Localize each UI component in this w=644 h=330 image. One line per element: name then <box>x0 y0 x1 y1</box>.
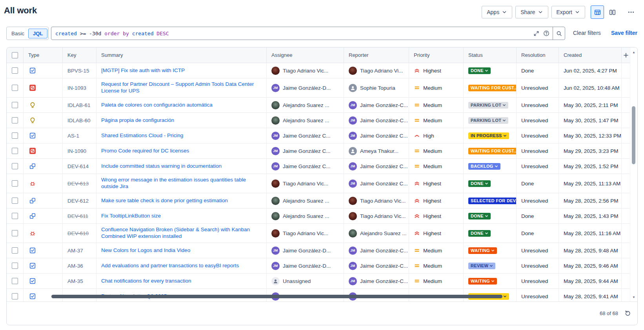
priority-cell[interactable]: Medium <box>409 243 464 258</box>
issue-summary-link[interactable]: [MGTP] Fix site auth with with ICTP <box>101 67 190 74</box>
reporter-cell[interactable]: JMJaime González C... <box>344 174 409 193</box>
status-badge[interactable]: DONE <box>468 230 491 237</box>
assignee-cell[interactable]: JMJaime González C... <box>267 159 344 174</box>
vertical-scrollbar-thumb[interactable] <box>632 106 635 164</box>
priority-cell[interactable]: Medium <box>409 98 464 113</box>
row-checkbox[interactable] <box>12 230 18 236</box>
reporter-cell[interactable]: JMJaime González-C... <box>344 243 409 258</box>
reporter-cell[interactable]: JMJaime González-C... <box>344 113 409 128</box>
status-badge[interactable]: DONE <box>468 213 491 219</box>
status-badge[interactable]: WAITING <box>468 278 497 285</box>
priority-cell[interactable]: Medium <box>409 78 464 98</box>
issue-key-link[interactable]: BPVS-15 <box>67 68 89 74</box>
column-header-status[interactable]: Status <box>464 47 517 63</box>
column-header-priority[interactable]: Priority <box>409 47 464 63</box>
priority-cell[interactable]: Highest <box>409 209 464 224</box>
assignee-cell[interactable]: JMJaime González C... <box>267 143 344 159</box>
vertical-scrollbar[interactable]: ▲ ▼ <box>630 47 637 302</box>
assignee-cell[interactable]: Tiago Adriano Vic... <box>267 224 344 243</box>
priority-cell[interactable]: Highest <box>409 224 464 243</box>
issue-key-link[interactable]: DEV-614 <box>67 163 89 169</box>
jql-query-input[interactable]: created >= -30d order by created DESC <box>51 27 565 40</box>
column-header-reporter[interactable]: Reporter <box>344 47 409 63</box>
assignee-cell[interactable]: JMJaime González C... <box>267 128 344 143</box>
detail-view-toggle[interactable] <box>606 5 619 19</box>
priority-cell[interactable]: Medium <box>409 143 464 159</box>
column-header-summary[interactable]: Summary <box>96 47 267 63</box>
priority-cell[interactable]: Medium <box>409 258 464 274</box>
scroll-down-arrow[interactable]: ▼ <box>630 296 637 299</box>
issue-key-link[interactable]: DEV-610 <box>67 230 89 236</box>
row-checkbox[interactable] <box>12 293 18 299</box>
row-checkbox[interactable] <box>12 102 18 108</box>
status-badge[interactable]: REVIEW <box>468 263 495 269</box>
issue-summary-link[interactable]: Confluence Navigation Broken (Sidebar & … <box>101 227 266 240</box>
assignee-cell[interactable]: Alejandro Suarez ... <box>267 98 344 113</box>
status-badge[interactable]: DONE <box>468 67 491 74</box>
row-checkbox[interactable] <box>12 180 18 187</box>
share-button[interactable]: Share <box>515 6 548 18</box>
issue-key-link[interactable]: DEV-611 <box>67 213 88 219</box>
add-column-button[interactable] <box>622 47 630 63</box>
status-badge[interactable]: PARKING LOT <box>468 117 508 124</box>
reporter-cell[interactable]: Sophie Topuria <box>344 78 409 98</box>
issue-summary-link[interactable]: Make sure table check is done prior gett… <box>101 198 233 204</box>
select-all-checkbox[interactable] <box>12 52 18 58</box>
issue-summary-link[interactable]: Chat notifications for every transaction <box>101 278 197 285</box>
reporter-cell[interactable]: Tiago Adriano Vic... <box>344 209 409 224</box>
export-button[interactable]: Export <box>551 6 585 18</box>
reporter-cell[interactable]: JMJaime González-C... <box>344 98 409 113</box>
reporter-cell[interactable]: JMJaime González C... <box>344 128 409 143</box>
scroll-up-arrow[interactable]: ▲ <box>630 51 637 54</box>
status-badge[interactable]: PARKING LOT <box>468 102 508 109</box>
reporter-cell[interactable]: JMJaime González-C... <box>344 274 409 289</box>
help-icon[interactable] <box>543 30 549 36</box>
reporter-cell[interactable]: Tiago Adriano Vic... <box>344 193 409 209</box>
issue-key-link[interactable]: AS-1 <box>67 133 79 139</box>
issue-summary-link[interactable]: Add evaluations and partner transactions… <box>101 263 244 269</box>
row-checkbox[interactable] <box>12 278 18 284</box>
reporter-cell[interactable]: Ameya Thakur... <box>344 143 409 159</box>
issue-summary-link[interactable]: Shared Estimations Cloud - Pricing <box>101 132 189 139</box>
row-checkbox[interactable] <box>12 67 18 74</box>
status-badge[interactable]: WAITING FOR CUST... <box>468 85 517 91</box>
issue-key-link[interactable]: IDLAB-61 <box>67 102 91 108</box>
issue-key-link[interactable]: AM-36 <box>67 263 83 269</box>
row-checkbox[interactable] <box>12 117 18 123</box>
issue-summary-link[interactable]: Request for Partner Discount – Support A… <box>101 81 266 94</box>
column-header-assignee[interactable]: Assignee <box>267 47 344 63</box>
priority-cell[interactable]: Medium <box>409 159 464 174</box>
priority-cell[interactable]: Highest <box>409 174 464 193</box>
row-checkbox[interactable] <box>12 263 18 269</box>
assignee-cell[interactable]: Alejandro Suarez ... <box>267 193 344 209</box>
reporter-cell[interactable]: Tiago Adriano Vi... <box>344 63 409 78</box>
row-checkbox[interactable] <box>12 213 18 219</box>
reporter-cell[interactable]: Alejandro Suarez ... <box>344 224 409 243</box>
basic-mode-button[interactable]: Basic <box>7 31 28 36</box>
refresh-button[interactable] <box>624 310 631 317</box>
assignee-cell[interactable]: Alejandro Suarez ... <box>267 209 344 224</box>
status-badge[interactable]: DONE <box>468 180 491 187</box>
row-checkbox[interactable] <box>12 132 18 139</box>
column-header-resolution[interactable]: Resolution <box>517 47 559 63</box>
priority-cell[interactable]: Highest <box>409 63 464 78</box>
row-checkbox[interactable] <box>12 247 18 254</box>
apps-button[interactable]: Apps <box>482 6 512 18</box>
assignee-cell[interactable]: Alejandro Suarez ... <box>267 113 344 128</box>
assignee-cell[interactable]: Tiago Adriano Vic... <box>267 174 344 193</box>
more-actions-button[interactable] <box>624 5 638 19</box>
status-badge[interactable]: BACKLOG <box>468 163 500 170</box>
jql-mode-button[interactable]: JQL <box>28 29 47 38</box>
issue-summary-link[interactable]: Include committed status warning in docu… <box>101 163 227 170</box>
assignee-cell[interactable]: JMJaime González-D... <box>267 78 344 98</box>
expand-icon[interactable] <box>533 31 539 36</box>
status-badge[interactable]: WAITING <box>468 247 497 254</box>
issue-summary-link[interactable]: Paleta de colores con configuración auto… <box>101 102 218 109</box>
save-filter-button[interactable]: Save filter <box>611 30 637 36</box>
issue-key-link[interactable]: IDLAB-60 <box>67 118 91 123</box>
row-checkbox[interactable] <box>12 85 18 91</box>
priority-cell[interactable]: High <box>409 128 464 143</box>
list-view-toggle[interactable] <box>591 5 604 19</box>
issue-key-link[interactable]: AM-37 <box>67 248 83 254</box>
issue-key-link[interactable]: AM-35 <box>67 278 83 284</box>
